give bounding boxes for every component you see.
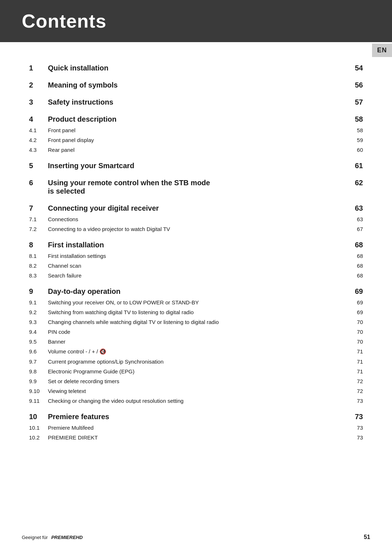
toc-number: 8 (29, 241, 48, 249)
toc-title: Switching your receiver ON, or to LOW PO… (48, 299, 341, 305)
footer-label: Geeignet für (22, 535, 48, 540)
toc-entry-4: 4 Product description 58 (29, 115, 363, 123)
toc-page: 56 (341, 81, 363, 89)
toc-title: Safety instructions (48, 98, 341, 106)
toc-entry-9-9: 9.9 Set or delete recording timers 72 (29, 378, 363, 384)
toc-number: 5 (29, 162, 48, 170)
toc-number: 9.11 (29, 398, 48, 404)
toc-number: 7.1 (29, 216, 48, 222)
toc-entry-10-2: 10.2 PREMIERE DIREKT 73 (29, 434, 363, 441)
toc-page: 61 (341, 162, 363, 170)
toc-number: 4 (29, 115, 48, 123)
toc-page: 67 (341, 226, 363, 232)
toc-number: 9.5 (29, 339, 48, 345)
toc-number: 9.6 (29, 348, 48, 355)
toc-number: 1 (29, 64, 48, 72)
toc-page: 73 (341, 398, 363, 404)
toc-title: Viewing teletext (48, 388, 341, 394)
toc-title: Search failure (48, 272, 341, 279)
toc-page: 58 (341, 127, 363, 133)
toc-number: 9 (29, 287, 48, 296)
toc-entry-8-2: 8.2 Channel scan 68 (29, 263, 363, 269)
toc-page: 69 (341, 299, 363, 305)
toc-number: 7 (29, 204, 48, 212)
toc-entry-1: 1 Quick installation 54 (29, 64, 363, 72)
toc-entry-2: 2 Meaning of symbols 56 (29, 81, 363, 89)
page-title: Contents (22, 11, 106, 32)
toc-entry-9-5: 9.5 Banner 70 (29, 339, 363, 345)
toc-entry-8: 8 First installation 68 (29, 241, 363, 249)
toc-entry-9-1: 9.1 Switching your receiver ON, or to LO… (29, 299, 363, 305)
toc-page: 60 (341, 147, 363, 153)
toc-number: 8.2 (29, 263, 48, 269)
toc-entry-7-1: 7.1 Connections 63 (29, 216, 363, 222)
toc-number: 9.2 (29, 309, 48, 315)
toc-number: 6 (29, 179, 48, 187)
toc-page: 73 (341, 425, 363, 431)
toc-page: 72 (341, 378, 363, 384)
toc-entry-9: 9 Day-to-day operation 69 (29, 287, 363, 296)
toc-title: Checking or changing the video output re… (48, 398, 341, 404)
toc-page: 71 (341, 348, 363, 355)
toc-page: 59 (341, 137, 363, 143)
toc-entry-9-3: 9.3 Changing channels while watching dig… (29, 319, 363, 325)
toc-title: Connecting to a video projector to watch… (48, 226, 341, 232)
toc-entry-6: 6 Using your remote control when the STB… (29, 179, 363, 195)
toc-page: 70 (341, 329, 363, 335)
toc-title: Quick installation (48, 64, 341, 72)
toc-title: PIN code (48, 329, 341, 335)
toc-title: Premiere features (48, 413, 341, 421)
toc-entry-9-4: 9.4 PIN code 70 (29, 329, 363, 335)
toc-page: 70 (341, 319, 363, 325)
toc-page: 73 (341, 413, 363, 421)
toc-title: First installation (48, 241, 341, 249)
toc-entry-9-6: 9.6 Volume control - / + / 🔇 71 (29, 348, 363, 355)
toc-entry-8-3: 8.3 Search failure 68 (29, 272, 363, 279)
header-bar: Contents (0, 0, 392, 42)
toc-title: Connecting your digital receiver (48, 204, 341, 212)
toc-title: Product description (48, 115, 341, 123)
toc-page: 68 (341, 272, 363, 279)
toc-page: 71 (341, 358, 363, 365)
toc-number: 4.2 (29, 137, 48, 143)
footer-brand-text: Geeignet für PREMIEREHD (22, 535, 83, 540)
toc-title: First installation settings (48, 253, 341, 259)
toc-page: 63 (341, 204, 363, 212)
toc-entry-7: 7 Connecting your digital receiver 63 (29, 204, 363, 212)
toc-number: 7.2 (29, 226, 48, 232)
toc-title: Switching from watching digital TV to li… (48, 309, 341, 315)
toc-page: 72 (341, 388, 363, 394)
page: Contents EN 1 Quick installation 54 2 Me… (0, 0, 392, 555)
toc-entry-7-2: 7.2 Connecting to a video projector to w… (29, 226, 363, 232)
toc-number: 3 (29, 98, 48, 106)
toc-number: 9.3 (29, 319, 48, 325)
toc-title: Electronic Programme Guide (EPG) (48, 368, 341, 374)
toc-number: 9.9 (29, 378, 48, 384)
toc-entry-4-1: 4.1 Front panel 58 (29, 127, 363, 133)
toc-number: 9.7 (29, 358, 48, 365)
toc-page: 54 (341, 64, 363, 72)
toc-number: 10 (29, 413, 48, 421)
toc-title: Rear panel (48, 147, 341, 153)
toc-page: 73 (341, 434, 363, 441)
toc-number: 10.1 (29, 425, 48, 431)
toc-page: 71 (341, 368, 363, 374)
toc-page: 58 (341, 115, 363, 123)
footer: Geeignet für PREMIEREHD 51 (0, 534, 392, 540)
toc-number: 8.3 (29, 272, 48, 279)
toc-number: 8.1 (29, 253, 48, 259)
toc-entry-9-7: 9.7 Current programme options/Lip Synchr… (29, 358, 363, 365)
toc-entry-9-8: 9.8 Electronic Programme Guide (EPG) 71 (29, 368, 363, 374)
toc-number: 2 (29, 81, 48, 89)
toc-number: 10.2 (29, 434, 48, 441)
toc-number: 4.1 (29, 127, 48, 133)
toc-page: 69 (341, 309, 363, 315)
toc-number: 9.1 (29, 299, 48, 305)
toc-page: 68 (341, 263, 363, 269)
toc-page: 70 (341, 339, 363, 345)
toc-page: 68 (341, 241, 363, 249)
toc-page: 69 (341, 287, 363, 296)
toc-entry-4-2: 4.2 Front panel display 59 (29, 137, 363, 143)
toc-title: Inserting your Smartcard (48, 162, 341, 170)
footer-page-number: 51 (364, 534, 370, 540)
